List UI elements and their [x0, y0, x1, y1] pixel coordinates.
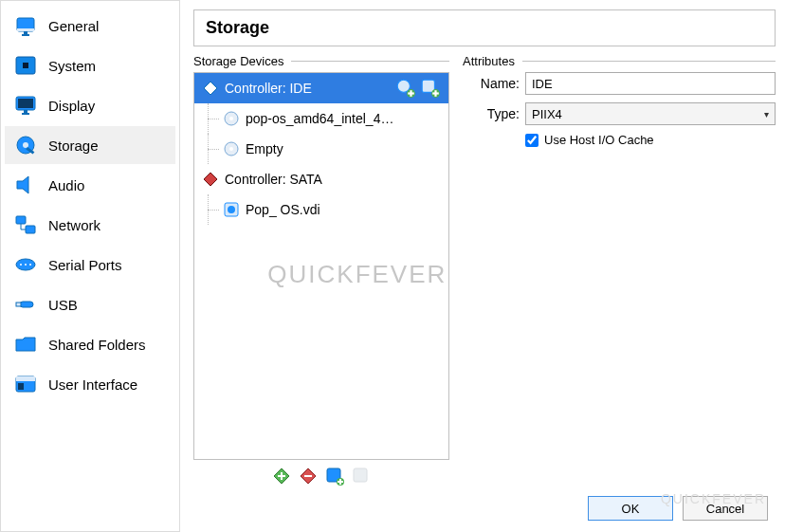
svg-rect-9 [18, 99, 33, 108]
storage-devices-label: Storage Devices [193, 54, 449, 68]
optical-disc-icon [223, 110, 240, 127]
sidebar-item-label: Storage [48, 138, 99, 154]
audio-icon [12, 174, 39, 195]
optical-disc-icon [223, 140, 240, 157]
content-columns: Storage Devices Controller: IDE [193, 54, 776, 488]
svg-rect-26 [16, 376, 35, 381]
sidebar-item-label: Shared Folders [48, 337, 146, 353]
sidebar-item-storage[interactable]: Storage [5, 126, 175, 164]
tree-item-optical[interactable]: pop-os_amd64_intel_4… [194, 103, 448, 134]
sidebar-item-label: Audio [48, 177, 84, 193]
usb-icon [12, 294, 39, 315]
sidebar-item-serial-ports[interactable]: Serial Ports [5, 246, 175, 284]
network-icon [12, 214, 39, 235]
serial-ports-icon [12, 254, 39, 275]
sidebar-item-label: General [48, 18, 99, 34]
tree-item-label: Controller: SATA [225, 172, 441, 187]
sidebar-item-usb[interactable]: USB [5, 285, 175, 323]
svg-rect-24 [16, 303, 21, 306]
host-io-row: Use Host I/O Cache [463, 133, 776, 147]
name-label: Name: [463, 76, 520, 91]
svg-rect-5 [23, 63, 28, 68]
svg-rect-15 [16, 216, 26, 224]
cancel-button[interactable]: Cancel [683, 496, 768, 521]
main-panel: Storage Storage Devices Controller: IDE [180, 0, 785, 532]
tree-item-label: Empty [246, 141, 441, 156]
storage-toolbar [193, 460, 449, 488]
remove-controller-button[interactable] [298, 466, 319, 486]
hard-disk-icon [223, 201, 240, 218]
controller-ide[interactable]: Controller: IDE [194, 73, 448, 103]
svg-rect-16 [26, 226, 35, 233]
svg-point-22 [29, 264, 31, 266]
sidebar-item-label: Display [48, 98, 95, 114]
general-icon [12, 15, 39, 36]
svg-rect-2 [24, 31, 27, 34]
tree-item-empty-optical[interactable]: Empty [194, 134, 448, 164]
attributes-column: Attributes Name: Type: PIIX4 Use Host I/… [463, 54, 776, 488]
svg-point-39 [229, 147, 233, 151]
sidebar-item-network[interactable]: Network [5, 206, 175, 244]
page-title: Storage [193, 9, 776, 46]
svg-rect-27 [18, 383, 24, 390]
user-interface-icon [12, 374, 39, 394]
remove-attachment-button[interactable] [351, 466, 372, 486]
sidebar-item-general[interactable]: General [5, 7, 175, 45]
sidebar-item-user-interface[interactable]: User Interface [5, 365, 175, 403]
storage-tree[interactable]: Controller: IDE [193, 72, 449, 460]
type-row: Type: PIIX4 [463, 102, 776, 125]
svg-rect-23 [20, 302, 33, 307]
svg-point-37 [229, 117, 233, 120]
type-label: Type: [463, 106, 520, 121]
svg-rect-3 [22, 34, 29, 36]
add-attachment-button[interactable] [324, 466, 345, 486]
name-input[interactable] [525, 72, 776, 95]
add-optical-drive-button[interactable] [395, 78, 416, 99]
add-hard-disk-button[interactable] [420, 78, 441, 99]
svg-point-21 [25, 264, 27, 266]
sidebar-item-shared-folders[interactable]: Shared Folders [5, 325, 175, 363]
sidebar-item-system[interactable]: System [5, 46, 175, 84]
sidebar-item-label: User Interface [48, 376, 137, 393]
tree-item-label: Controller: IDE [225, 81, 390, 96]
sidebar-item-audio[interactable]: Audio [5, 166, 175, 204]
type-select[interactable]: PIIX4 [525, 102, 776, 125]
add-controller-button[interactable] [271, 466, 292, 486]
sidebar: General System Display Storage Audio [0, 0, 180, 532]
svg-rect-11 [22, 113, 29, 115]
sidebar-item-label: System [48, 58, 96, 74]
storage-devices-column: Storage Devices Controller: IDE [193, 54, 449, 488]
controller-ide-icon [202, 80, 219, 97]
name-row: Name: [463, 72, 776, 95]
display-icon [12, 95, 39, 116]
controller-sata-icon [202, 171, 219, 188]
ok-button[interactable]: OK [588, 496, 673, 521]
storage-icon [12, 135, 39, 156]
footer: QUICKFEVER OK Cancel [193, 488, 776, 523]
svg-rect-1 [17, 28, 34, 31]
shared-folders-icon [12, 334, 39, 355]
watermark: QUICKFEVER [267, 259, 447, 288]
sidebar-item-label: Network [48, 217, 100, 233]
system-icon [12, 55, 39, 76]
svg-rect-10 [24, 110, 27, 113]
svg-point-20 [20, 264, 22, 266]
tree-item-label: Pop_ OS.vdi [246, 202, 441, 217]
svg-point-41 [228, 206, 235, 213]
sidebar-item-label: USB [48, 297, 78, 313]
attributes-label: Attributes [463, 54, 776, 68]
svg-rect-49 [354, 468, 367, 482]
host-io-checkbox[interactable] [525, 134, 539, 147]
sidebar-item-label: Serial Ports [48, 257, 122, 273]
host-io-label: Use Host I/O Cache [544, 133, 654, 147]
controller-sata[interactable]: Controller: SATA [194, 164, 448, 194]
tree-item-label: pop-os_amd64_intel_4… [246, 111, 441, 126]
controller-actions [395, 78, 441, 99]
sidebar-item-display[interactable]: Display [5, 86, 175, 124]
tree-item-hard-disk[interactable]: Pop_ OS.vdi [194, 194, 448, 225]
settings-dialog: General System Display Storage Audio [0, 0, 785, 532]
